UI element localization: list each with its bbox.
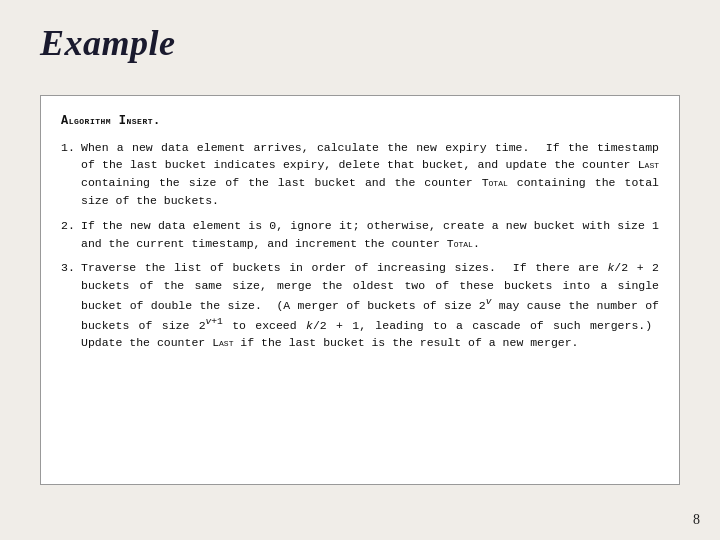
step-3: 3. Traverse the list of buckets in order…	[61, 259, 659, 352]
algo-heading: Algorithm Insert.	[61, 112, 659, 131]
slide: Example Algorithm Insert. 1. When a new …	[0, 0, 720, 540]
step-1: 1. When a new data element arrives, calc…	[61, 139, 659, 210]
step-3-content: Traverse the list of buckets in order of…	[81, 259, 659, 352]
step-2-content: If the new data element is 0, ignore it;…	[81, 217, 659, 253]
page-number: 8	[693, 512, 700, 528]
step-1-num: 1.	[61, 139, 81, 157]
step-3-num: 3.	[61, 259, 81, 277]
slide-title: Example	[40, 22, 176, 64]
step-2-num: 2.	[61, 217, 81, 235]
step-1-content: When a new data element arrives, calcula…	[81, 139, 659, 210]
algo-steps: 1. When a new data element arrives, calc…	[61, 139, 659, 353]
content-box: Algorithm Insert. 1. When a new data ele…	[40, 95, 680, 485]
step-2: 2. If the new data element is 0, ignore …	[61, 217, 659, 253]
